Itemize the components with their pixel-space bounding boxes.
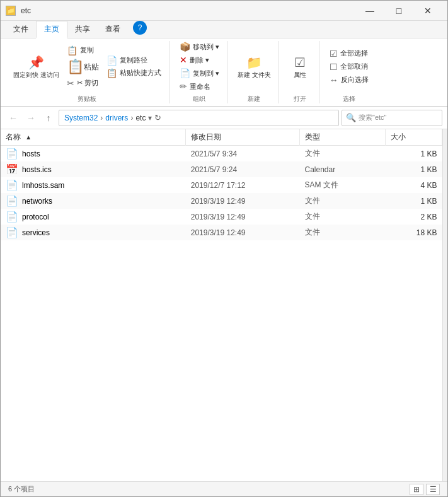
up-button[interactable]: ↑ bbox=[41, 110, 56, 126]
file-name-cell-2: 📅hosts.ics bbox=[1, 161, 186, 177]
file-explorer-window: 📁 etc — □ ✕ 文件 主页 共享 查看 ? 📌 固定到快 速访问 bbox=[0, 0, 448, 497]
file-name-cell-3: 📄lmhosts.sam bbox=[1, 177, 186, 193]
table-row[interactable]: 📄protocol2019/3/19 12:49文件2 KB bbox=[1, 209, 442, 225]
copy-to-label: 复制到 ▾ bbox=[193, 69, 219, 78]
ribbon-group-open: ☑ 属性 打开 bbox=[282, 41, 319, 103]
rename-button[interactable]: ✏ 重命名 bbox=[177, 81, 222, 92]
window-title: etc bbox=[21, 6, 355, 15]
file-name: hosts bbox=[22, 149, 40, 158]
pin-to-quick-access-button[interactable]: 📌 固定到快 速访问 bbox=[11, 54, 62, 80]
delete-icon: ✕ bbox=[180, 55, 187, 65]
title-bar-icons: 📁 bbox=[6, 6, 16, 16]
invert-selection-button[interactable]: ↔ 反向选择 bbox=[327, 74, 371, 86]
deselect-all-button[interactable]: ☐ 全部取消 bbox=[327, 61, 371, 73]
file-icon: 📄 bbox=[6, 211, 18, 223]
select-all-button[interactable]: ☑ 全部选择 bbox=[327, 48, 371, 59]
col-header-modified[interactable]: 修改日期 bbox=[186, 129, 300, 146]
address-bar[interactable]: System32 › drivers › etc ▾ ↻ bbox=[59, 110, 339, 126]
file-size: 1 KB bbox=[385, 161, 442, 177]
nav-bar: ← → ↑ System32 › drivers › etc ▾ ↻ 🔍 搜索"… bbox=[1, 107, 447, 129]
col-header-type[interactable]: 类型 bbox=[300, 129, 386, 146]
tab-view[interactable]: 查看 bbox=[98, 21, 128, 38]
select-content: ☑ 全部选择 ☐ 全部取消 ↔ 反向选择 bbox=[327, 41, 371, 92]
table-row[interactable]: 📄hosts2021/5/7 9:34文件1 KB bbox=[1, 146, 442, 162]
new-folder-label: 新建 文件夹 bbox=[238, 71, 271, 79]
col-header-name[interactable]: 名称 ▲ bbox=[1, 129, 186, 146]
move-to-button[interactable]: 📦 移动到 ▾ bbox=[177, 41, 222, 52]
delete-button[interactable]: ✕ 删除 ▾ bbox=[177, 54, 222, 66]
properties-button[interactable]: ☑ 属性 bbox=[287, 54, 313, 80]
table-row[interactable]: 📄networks2019/3/19 12:49文件1 KB bbox=[1, 193, 442, 209]
tab-share[interactable]: 共享 bbox=[67, 21, 98, 38]
file-size: 1 KB bbox=[385, 146, 442, 162]
tab-home[interactable]: 主页 bbox=[36, 21, 67, 38]
copy-path-label: 复制路径 bbox=[120, 56, 147, 65]
file-size: 2 KB bbox=[385, 209, 442, 225]
cut-icon: ✂ bbox=[67, 78, 74, 88]
rename-label: 重命名 bbox=[190, 82, 210, 91]
paste-shortcut-icon: 📋 bbox=[106, 68, 117, 78]
new-label: 新建 bbox=[248, 95, 260, 103]
ribbon-tabs: 文件 主页 共享 查看 ? bbox=[1, 21, 447, 38]
file-name-cell-6: 📄services bbox=[1, 225, 186, 240]
copy-to-button[interactable]: 📄 复制到 ▾ bbox=[177, 67, 222, 79]
file-date: 2021/5/7 9:34 bbox=[186, 146, 300, 162]
properties-icon: ☑ bbox=[294, 55, 306, 70]
forward-button[interactable]: → bbox=[23, 110, 38, 126]
breadcrumb-drivers[interactable]: drivers bbox=[105, 114, 128, 122]
table-row[interactable]: 📄services2019/3/19 12:49文件18 KB bbox=[1, 225, 442, 240]
back-button[interactable]: ← bbox=[6, 110, 21, 126]
address-dropdown-icon[interactable]: ▾ bbox=[148, 114, 152, 122]
ribbon-body: 📌 固定到快 速访问 📋 复制 📋 粘贴 ✂ ✂ 剪切 bbox=[1, 38, 447, 107]
file-size: 1 KB bbox=[385, 193, 442, 209]
ribbon-group-new: 📁 新建 文件夹 新建 bbox=[230, 41, 279, 103]
minimize-button[interactable]: — bbox=[355, 1, 384, 21]
open-content: ☑ 属性 bbox=[287, 41, 313, 92]
copy-path-button[interactable]: 📄 复制路径 bbox=[104, 55, 164, 66]
maximize-button[interactable]: □ bbox=[384, 1, 413, 21]
column-headers: 名称 ▲ 修改日期 类型 大小 bbox=[1, 129, 442, 146]
copy-path-icon: 📄 bbox=[106, 56, 117, 66]
list-view-button[interactable]: ☰ bbox=[426, 484, 440, 495]
status-bar: 6 个项目 ⊞ ☰ bbox=[1, 481, 447, 496]
breadcrumb-sep-1: › bbox=[100, 114, 103, 122]
organize-content: 📦 移动到 ▾ ✕ 删除 ▾ 📄 复制到 ▾ ✏ 重命名 bbox=[177, 41, 222, 92]
copy-button[interactable]: 📋 复制 bbox=[64, 45, 101, 56]
file-type: 文件 bbox=[300, 146, 386, 162]
paste-shortcut-button[interactable]: 📋 粘贴快捷方式 bbox=[104, 67, 164, 79]
file-date: 2021/5/7 9:24 bbox=[186, 161, 300, 177]
ribbon-group-clipboard: 📌 固定到快 速访问 📋 复制 📋 粘贴 ✂ ✂ 剪切 bbox=[6, 41, 169, 103]
col-header-size[interactable]: 大小 bbox=[385, 129, 442, 146]
table-row[interactable]: 📅hosts.ics2021/5/7 9:24Calendar1 KB bbox=[1, 161, 442, 177]
file-list-container: 名称 ▲ 修改日期 类型 大小 bbox=[1, 129, 442, 481]
table-row[interactable]: 📄lmhosts.sam2019/12/7 17:12SAM 文件4 KB bbox=[1, 177, 442, 193]
breadcrumb-system32[interactable]: System32 bbox=[64, 114, 98, 122]
detail-view-button[interactable]: ⊞ bbox=[410, 484, 423, 495]
select-all-label: 全部选择 bbox=[340, 49, 368, 58]
search-placeholder: 搜索"etc" bbox=[359, 113, 386, 122]
new-folder-icon: 📁 bbox=[246, 55, 262, 70]
file-name-cell-4: 📄networks bbox=[1, 193, 186, 209]
move-to-icon: 📦 bbox=[180, 42, 190, 52]
refresh-icon[interactable]: ↻ bbox=[154, 113, 161, 122]
help-button[interactable]: ? bbox=[133, 21, 147, 35]
rename-icon: ✏ bbox=[180, 81, 187, 91]
ribbon-group-select: ☑ 全部选择 ☐ 全部取消 ↔ 反向选择 选择 bbox=[322, 41, 376, 103]
file-type: 文件 bbox=[300, 209, 386, 225]
ribbon-group-organize: 📦 移动到 ▾ ✕ 删除 ▾ 📄 复制到 ▾ ✏ 重命名 bbox=[172, 41, 227, 103]
copy-to-icon: 📄 bbox=[180, 68, 190, 78]
paste-icon: 📋 bbox=[67, 59, 84, 75]
cut-button[interactable]: ✂ ✂ 剪切 bbox=[64, 78, 101, 89]
right-scrollbar[interactable] bbox=[442, 129, 447, 481]
search-bar[interactable]: 🔍 搜索"etc" bbox=[342, 110, 442, 126]
tab-file[interactable]: 文件 bbox=[6, 21, 36, 38]
paste-label: 粘贴 bbox=[84, 62, 99, 71]
file-type: Calendar bbox=[300, 161, 386, 177]
view-controls: ⊞ ☰ bbox=[410, 484, 440, 495]
paste-button[interactable]: 📋 粘贴 bbox=[64, 57, 101, 76]
clipboard-label: 剪贴板 bbox=[78, 95, 96, 103]
close-button[interactable]: ✕ bbox=[413, 1, 442, 21]
new-folder-button[interactable]: 📁 新建 文件夹 bbox=[235, 54, 273, 80]
file-icon: 📅 bbox=[6, 163, 18, 175]
copy-label: 复制 bbox=[80, 45, 94, 55]
